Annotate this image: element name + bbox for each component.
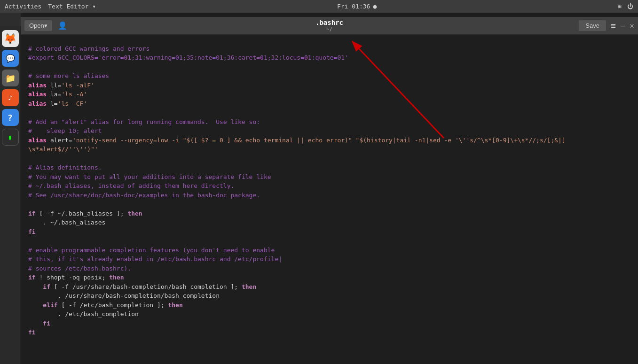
editor-area[interactable]: Open▾ 👤 .bashrc ~/ Save ≡ — ✕ # colored … — [21, 13, 638, 364]
activities-button[interactable]: Activities — [5, 3, 41, 10]
dock-terminal[interactable]: ▮ — [2, 129, 19, 146]
dock-help[interactable]: ? — [2, 109, 19, 126]
topbar: Activities Text Editor ▾ Fri 01:36 ● ⊞ ⏻ — [0, 0, 638, 13]
dock-firefox[interactable]: 🦊 — [2, 30, 19, 47]
main-area: 🦊 💬 📁 ♪ ? ▮ Open▾ 👤 .bashrc ~/ Save ≡ — — [0, 13, 638, 364]
title-section: .bashrc ~/ — [315, 19, 343, 32]
clock-area: Fri 01:36 ● — [337, 3, 377, 10]
application-dock: 🦊 💬 📁 ♪ ? ▮ — [0, 26, 21, 364]
app-name-label[interactable]: Text Editor ▾ — [48, 3, 96, 10]
save-button[interactable]: Save — [579, 20, 606, 31]
recording-dot: ● — [373, 3, 377, 10]
dock-messages[interactable]: 💬 — [2, 50, 19, 67]
clock: Fri 01:36 — [337, 3, 370, 10]
power-icon[interactable]: ⏻ — [627, 3, 633, 10]
dock-files[interactable]: 📁 — [2, 70, 19, 86]
open-menu[interactable]: Open▾ — [24, 20, 52, 31]
network-icon[interactable]: ⊞ — [618, 3, 622, 10]
toolbar-right: Save ≡ — ✕ — [579, 20, 634, 31]
hamburger-menu[interactable]: ≡ — [611, 21, 616, 31]
file-path: ~/ — [315, 26, 343, 32]
file-name: .bashrc — [315, 19, 343, 26]
system-tray: ⊞ ⏻ — [618, 3, 633, 10]
menu-bar: Open▾ 👤 — [24, 19, 71, 32]
minimize-button[interactable]: — — [621, 21, 625, 30]
dock-music[interactable]: ♪ — [2, 89, 19, 106]
contact-button[interactable]: 👤 — [54, 19, 71, 32]
code-editor[interactable]: # colored GCC warnings and errors #expor… — [21, 35, 638, 360]
close-button[interactable]: ✕ — [630, 21, 634, 30]
